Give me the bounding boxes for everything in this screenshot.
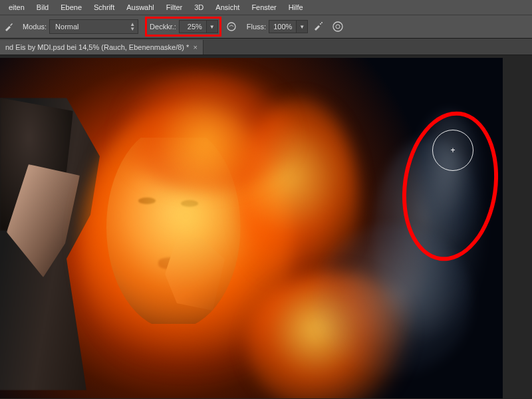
menu-item-3d[interactable]: 3D xyxy=(188,0,209,15)
tool-option-bar: Modus: Normal ▲▼ Deckkr.: 25% ▼ Fluss: 1… xyxy=(0,15,532,39)
modus-label: Modus: xyxy=(23,23,47,31)
opacity-field[interactable]: 25% ▼ xyxy=(179,20,218,33)
artwork-flame-top xyxy=(113,71,299,191)
opacity-group-highlighted: Deckkr.: 25% ▼ xyxy=(145,17,221,37)
svg-point-2 xyxy=(321,22,323,23)
document-tab[interactable]: nd Eis by MDI.psd bei 14,5% (Rauch, Eben… xyxy=(0,40,203,55)
document-tab-bar: nd Eis by MDI.psd bei 14,5% (Rauch, Eben… xyxy=(0,39,532,55)
menu-item-image[interactable]: Bild xyxy=(31,0,55,15)
chevron-down-icon[interactable]: ▼ xyxy=(206,21,217,33)
svg-point-1 xyxy=(320,23,321,25)
document-canvas[interactable]: + xyxy=(0,58,503,398)
document-tab-title: nd Eis by MDI.psd bei 14,5% (Rauch, Eben… xyxy=(5,43,189,51)
menu-item-layer[interactable]: Ebene xyxy=(55,0,88,15)
menu-item-type[interactable]: Schrift xyxy=(88,0,120,15)
svg-point-4 xyxy=(336,25,340,29)
canvas-area: + xyxy=(0,55,532,399)
chevron-down-icon[interactable]: ▼ xyxy=(296,21,307,33)
flow-field[interactable]: 100% ▼ xyxy=(269,20,308,33)
menu-item-window[interactable]: Fenster xyxy=(245,0,282,15)
pressure-opacity-icon[interactable] xyxy=(225,21,237,33)
menu-item-select[interactable]: Auswahl xyxy=(120,0,160,15)
menu-bar: eiten Bild Ebene Schrift Auswahl Filter … xyxy=(0,0,532,15)
menu-item-edit[interactable]: eiten xyxy=(3,0,31,15)
brush-tool-icon xyxy=(4,22,13,31)
menu-item-view[interactable]: Ansicht xyxy=(209,0,245,15)
dropdown-arrows-icon: ▲▼ xyxy=(130,22,135,31)
opacity-label: Deckkr.: xyxy=(150,23,176,31)
modus-value: Normal xyxy=(55,23,78,31)
svg-point-0 xyxy=(227,23,235,31)
menu-item-filter[interactable]: Filter xyxy=(160,0,188,15)
opacity-value: 25% xyxy=(180,23,206,31)
flow-label: Fluss: xyxy=(247,23,266,31)
modus-dropdown[interactable]: Normal ▲▼ xyxy=(49,19,138,34)
close-icon[interactable]: × xyxy=(193,43,197,51)
airbrush-icon[interactable] xyxy=(312,21,324,33)
flow-value: 100% xyxy=(269,23,296,31)
menu-item-help[interactable]: Hilfe xyxy=(283,0,309,15)
pressure-size-icon[interactable] xyxy=(332,21,344,33)
svg-point-3 xyxy=(333,22,342,31)
